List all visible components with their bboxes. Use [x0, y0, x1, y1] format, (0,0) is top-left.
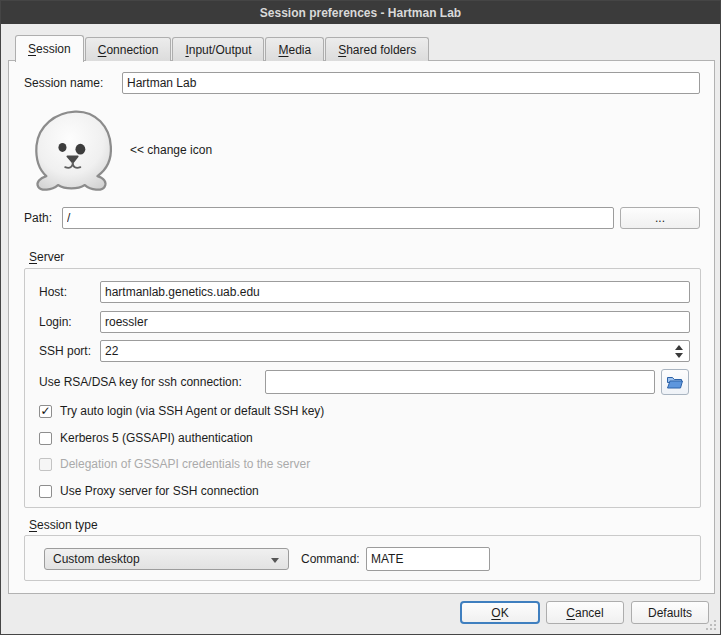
- session-name-label: Session name:: [24, 72, 103, 94]
- login-label: Login:: [39, 311, 72, 333]
- x2go-seal-icon: [30, 108, 120, 194]
- chevron-down-icon: [271, 558, 279, 563]
- tab-session[interactable]: Session: [15, 35, 84, 62]
- checkbox-box: ✓: [39, 458, 52, 471]
- ok-button[interactable]: OK: [460, 601, 540, 624]
- session-preferences-dialog: Session preferences - Hartman Lab Sessio…: [0, 0, 721, 635]
- path-label: Path:: [24, 207, 52, 229]
- session-type-groupbox: Custom desktop Command:: [24, 535, 701, 581]
- defaults-button[interactable]: Defaults: [631, 601, 709, 624]
- spin-up-icon[interactable]: [675, 345, 683, 350]
- tab-input-output[interactable]: Input/Output: [172, 37, 264, 61]
- tab-connection[interactable]: Connection: [85, 37, 172, 61]
- session-type-dropdown[interactable]: Custom desktop: [44, 548, 289, 570]
- resize-grip-icon[interactable]: [706, 620, 716, 630]
- session-icon[interactable]: [30, 108, 120, 194]
- host-label: Host:: [39, 281, 67, 303]
- server-groupbox: Host: Login: SSH port: Use RSA/DSA key f…: [24, 268, 701, 508]
- path-input[interactable]: [62, 207, 614, 229]
- rsa-key-browse-button[interactable]: [661, 369, 689, 395]
- titlebar[interactable]: Session preferences - Hartman Lab: [1, 1, 720, 24]
- tab-shared-folders[interactable]: Shared folders: [325, 37, 429, 61]
- checkbox-kerberos[interactable]: ✓ Kerberos 5 (GSSAPI) authentication: [39, 430, 253, 446]
- path-browse-button[interactable]: ...: [620, 207, 700, 229]
- tab-media[interactable]: Media: [265, 37, 324, 61]
- session-name-input[interactable]: [122, 72, 700, 94]
- open-folder-icon: [666, 375, 684, 390]
- window-title: Session preferences - Hartman Lab: [260, 6, 461, 20]
- login-input[interactable]: [100, 311, 690, 333]
- command-input[interactable]: [366, 547, 490, 571]
- checkbox-proxy-server[interactable]: ✓ Use Proxy server for SSH connection: [39, 483, 259, 499]
- checkbox-box[interactable]: ✓: [39, 405, 52, 418]
- cancel-button[interactable]: Cancel: [546, 601, 624, 624]
- ssh-port-label: SSH port:: [39, 340, 91, 362]
- host-input[interactable]: [100, 281, 690, 303]
- ssh-port-spinner[interactable]: [673, 340, 685, 362]
- session-type-section-label: Session type: [29, 514, 98, 536]
- session-tab-panel: Session name: << change icon: [8, 60, 715, 594]
- checkbox-auto-login[interactable]: ✓ Try auto login (via SSH Agent or defau…: [39, 403, 324, 419]
- command-label: Command:: [301, 547, 360, 571]
- change-icon-label[interactable]: << change icon: [130, 139, 212, 161]
- checkbox-box[interactable]: ✓: [39, 485, 52, 498]
- checkbox-box[interactable]: ✓: [39, 432, 52, 445]
- server-section-label: Server: [29, 246, 64, 268]
- ssh-port-input[interactable]: [100, 340, 690, 362]
- rsa-key-input[interactable]: [265, 370, 655, 394]
- rsa-key-label: Use RSA/DSA key for ssh connection:: [39, 369, 242, 395]
- checkbox-gssapi-delegation: ✓ Delegation of GSSAPI credentials to th…: [39, 456, 310, 472]
- spin-down-icon[interactable]: [675, 353, 683, 358]
- tab-bar: Session Connection Input/Output Media Sh…: [15, 34, 430, 61]
